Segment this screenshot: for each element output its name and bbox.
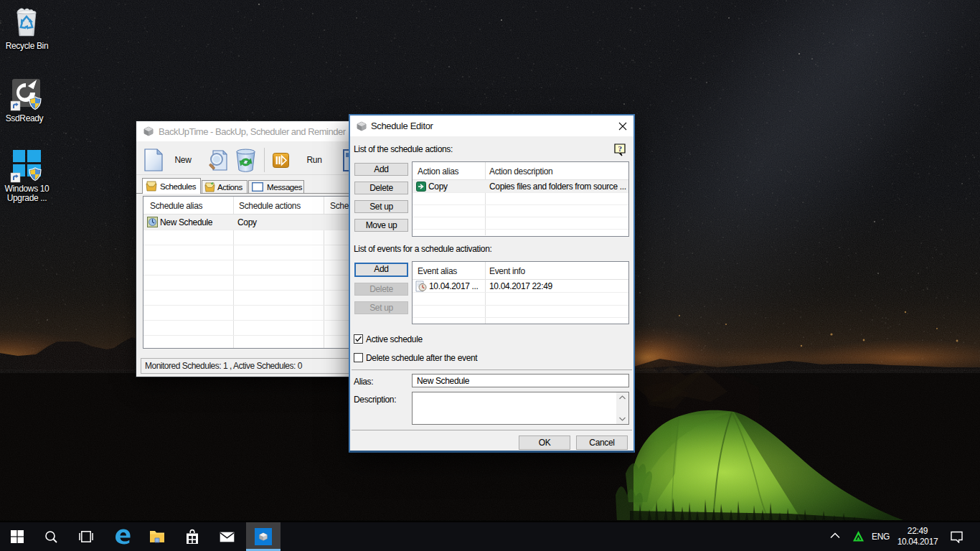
svg-text:?: ? — [618, 144, 621, 153]
